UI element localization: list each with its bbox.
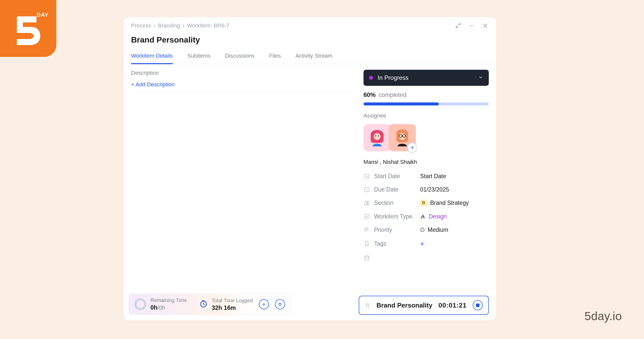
svg-point-1	[471, 25, 472, 26]
assignee-label: Assignee	[364, 112, 489, 119]
remaining-time-label: Remaining Time	[150, 297, 187, 304]
due-date-label: Due Date	[364, 186, 420, 193]
remaining-ring-icon	[134, 298, 146, 310]
assignee-names: Mansi , Nishat Shaikh	[364, 159, 489, 165]
expand-icon[interactable]	[455, 22, 462, 29]
tab-bar: Workitem Details Subitems Discussions Fi…	[124, 53, 496, 64]
extra-field	[364, 254, 420, 261]
svg-rect-16	[365, 214, 369, 218]
divider	[131, 92, 353, 93]
svg-point-7	[399, 133, 406, 140]
svg-marker-12	[367, 176, 368, 177]
workitem-modal: Process › Branding › WorkItem: BR6-7 Bra…	[124, 17, 496, 320]
progress-percent: 60%	[364, 91, 376, 98]
add-description-link[interactable]: + Add Description	[131, 81, 175, 88]
chevron-right-icon: ›	[183, 22, 184, 29]
add-time-button[interactable]: +	[259, 299, 269, 309]
breadcrumb: Process › Branding › WorkItem: BR6-7	[131, 22, 229, 29]
timer-stop-button[interactable]	[473, 300, 483, 310]
tab-files[interactable]: Files	[269, 53, 281, 64]
brand-logo-badge: DAY	[0, 0, 56, 57]
stop-time-button[interactable]	[275, 299, 285, 309]
tags-add[interactable]: +	[420, 240, 489, 248]
breadcrumb-process[interactable]: Process	[131, 22, 151, 29]
time-summary-card: Remaining Time 0h/0h Total Time Logged 3…	[129, 294, 291, 315]
chevron-right-icon: ›	[153, 22, 155, 29]
chevron-down-icon	[478, 75, 483, 81]
start-date-label: Start Date	[364, 173, 420, 180]
close-icon[interactable]	[482, 22, 489, 29]
active-timer-card[interactable]: Brand Personality 00:01:21	[359, 296, 489, 315]
clock-icon	[199, 299, 208, 309]
priority-label: Priority	[364, 227, 420, 233]
svg-point-28	[368, 306, 369, 307]
brand-domain-text: 5day.io	[585, 309, 622, 323]
logged-time-value: 32h 16m	[212, 304, 253, 312]
remaining-time-total: /0h	[157, 305, 165, 311]
flag-icon	[364, 227, 370, 233]
priority-medium-icon	[420, 228, 425, 232]
workitem-type-label: Workitem Type	[364, 213, 420, 220]
breadcrumb-workitem[interactable]: WorkItem: BR6-7	[187, 22, 229, 29]
section-value[interactable]: B Brand Strategy	[420, 200, 489, 207]
divider	[193, 297, 193, 311]
add-assignee-button[interactable]: +	[407, 143, 417, 153]
progress-completed-label: completed	[379, 91, 407, 98]
svg-rect-14	[365, 201, 367, 205]
timer-elapsed: 00:01:21	[438, 302, 467, 309]
tab-subitems[interactable]: Subitems	[187, 53, 211, 64]
workitem-type-value[interactable]: Design	[420, 213, 489, 220]
svg-point-4	[374, 133, 381, 140]
timer-title: Brand Personality	[376, 302, 432, 309]
bookmark-icon	[364, 241, 370, 247]
status-dropdown[interactable]: In Progress	[364, 70, 489, 86]
more-menu-icon[interactable]	[468, 22, 475, 29]
avatar[interactable]	[364, 124, 391, 151]
brand-logo-day: DAY	[37, 12, 49, 18]
svg-point-25	[366, 305, 367, 306]
tags-label: Tags	[364, 240, 420, 247]
progress-bar	[364, 102, 489, 105]
progress-fill	[364, 102, 439, 105]
avatar[interactable]: +	[389, 124, 416, 151]
svg-point-27	[366, 306, 367, 307]
calendar-icon	[364, 254, 370, 261]
svg-rect-22	[279, 303, 281, 305]
svg-point-23	[366, 304, 367, 305]
start-date-value[interactable]: Start Date	[420, 173, 489, 180]
description-label: Description	[131, 70, 353, 76]
breadcrumb-branding[interactable]: Branding	[158, 22, 180, 29]
status-label: In Progress	[378, 74, 474, 81]
due-date-value[interactable]: 01/23/2025	[420, 186, 489, 193]
clock-square-icon	[364, 186, 370, 193]
design-type-icon	[420, 214, 426, 219]
section-badge: B	[420, 200, 427, 207]
svg-point-26	[368, 305, 369, 306]
section-label: Section	[364, 200, 420, 206]
drag-handle-icon[interactable]	[365, 303, 370, 308]
tab-workitem-details[interactable]: Workitem Details	[131, 53, 173, 64]
remaining-time-value: 0h	[150, 304, 157, 311]
svg-point-5	[375, 135, 376, 136]
tab-discussions[interactable]: Discussions	[225, 53, 255, 64]
svg-rect-19	[365, 256, 369, 260]
svg-point-6	[378, 135, 379, 136]
svg-point-24	[368, 304, 369, 305]
svg-rect-15	[367, 201, 369, 205]
svg-point-2	[473, 25, 474, 26]
layers-icon	[364, 200, 370, 206]
priority-value[interactable]: Medium	[420, 227, 489, 233]
svg-point-0	[469, 25, 470, 26]
calendar-play-icon	[364, 173, 370, 179]
tab-activity-stream[interactable]: Activity Stream	[295, 53, 332, 64]
type-check-icon	[364, 213, 370, 220]
status-dot-icon	[369, 76, 373, 80]
page-title: Brand Personality	[131, 35, 489, 45]
add-tag-icon[interactable]: +	[420, 240, 424, 248]
logged-time-label: Total Time Logged	[212, 297, 253, 304]
assignee-avatars: +	[364, 124, 489, 151]
